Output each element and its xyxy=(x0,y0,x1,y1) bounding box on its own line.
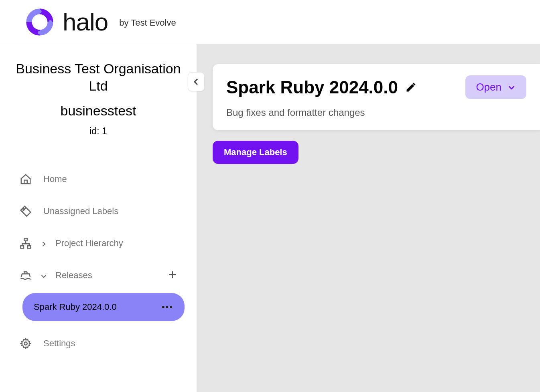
add-release-button[interactable] xyxy=(168,270,179,281)
release-description: Bug fixes and formatter changes xyxy=(226,107,526,118)
nav-home-label: Home xyxy=(43,174,67,184)
release-item-spark-ruby[interactable]: Spark Ruby 2024.0.0 ••• xyxy=(22,293,185,321)
chevron-down-icon xyxy=(40,272,47,279)
org-id: id: 1 xyxy=(12,126,185,137)
svg-point-1 xyxy=(38,9,41,13)
nav-releases-label: Releases xyxy=(55,270,92,281)
chevron-right-icon xyxy=(40,240,47,247)
sidebar: Business Test Organisation Ltd businesst… xyxy=(0,44,197,392)
nav-unassigned-labels[interactable]: Unassigned Labels xyxy=(19,195,189,227)
collapse-sidebar-button[interactable] xyxy=(188,72,205,91)
manage-labels-button[interactable]: Manage Labels xyxy=(213,141,298,164)
release-card: Spark Ruby 2024.0.0 Open Bug fixes and f… xyxy=(213,64,540,130)
nav-releases[interactable]: Releases xyxy=(19,259,189,291)
nav-settings-label: Settings xyxy=(43,338,75,349)
release-item-label: Spark Ruby 2024.0.0 xyxy=(34,302,117,312)
release-status-dropdown[interactable]: Open xyxy=(465,75,526,99)
tag-icon xyxy=(19,205,32,218)
nav-unassigned-labels-label: Unassigned Labels xyxy=(43,206,118,216)
ship-icon xyxy=(19,269,32,282)
home-icon xyxy=(19,173,32,186)
svg-rect-5 xyxy=(24,238,27,241)
gear-icon xyxy=(19,337,32,350)
svg-point-8 xyxy=(24,342,27,345)
svg-rect-6 xyxy=(21,246,24,248)
brand-byline: by Test Evolve xyxy=(119,18,176,28)
hierarchy-icon xyxy=(19,237,32,250)
release-status-label: Open xyxy=(476,81,501,93)
app-header: halo by Test Evolve xyxy=(0,0,540,44)
nav-settings[interactable]: Settings xyxy=(19,327,189,360)
nav-home[interactable]: Home xyxy=(19,163,189,195)
release-title: Spark Ruby 2024.0.0 xyxy=(226,77,398,97)
nav-project-hierarchy[interactable]: Project Hierarchy xyxy=(19,227,189,259)
halo-logo-icon xyxy=(24,6,55,38)
main-content: Spark Ruby 2024.0.0 Open Bug fixes and f… xyxy=(197,44,540,392)
org-block: Business Test Organisation Ltd businesst… xyxy=(0,60,197,153)
svg-point-2 xyxy=(49,20,52,24)
sidebar-nav: Home Unassigned Labels xyxy=(0,153,197,291)
brand-name: halo xyxy=(63,8,108,36)
org-slug: businesstest xyxy=(12,103,185,119)
nav-project-hierarchy-label: Project Hierarchy xyxy=(55,238,123,249)
svg-rect-7 xyxy=(28,246,31,248)
edit-release-button[interactable] xyxy=(405,82,416,93)
release-item-menu-button[interactable]: ••• xyxy=(162,302,173,312)
svg-point-3 xyxy=(38,30,41,34)
org-name: Business Test Organisation Ltd xyxy=(12,60,185,94)
